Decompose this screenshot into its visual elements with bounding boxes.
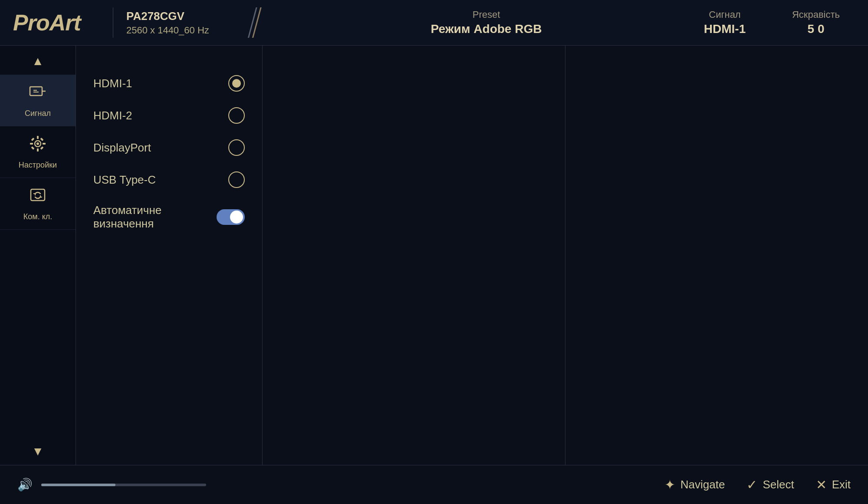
svg-rect-0	[30, 87, 42, 96]
hdmi1-radio[interactable]	[228, 75, 245, 92]
header: ProArt PA278CGV 2560 x 1440_60 Hz Preset…	[0, 0, 868, 46]
navigate-label: Navigate	[681, 478, 725, 491]
volume-bar	[41, 484, 206, 486]
displayport-radio[interactable]	[228, 139, 245, 156]
auto-detect-row[interactable]: Автоматичне визначення	[93, 196, 245, 238]
brightness-label: Яскравість	[777, 9, 855, 20]
preset-label: Preset	[283, 9, 690, 20]
svg-rect-8	[30, 143, 33, 145]
content-area: HDMI-1 HDMI-2 DisplayPort USB Type-C	[76, 46, 868, 465]
hotkey-icon	[28, 186, 47, 209]
sidebar-arrow-down[interactable]: ▼	[27, 440, 48, 463]
sidebar: ▲ Сигнал	[0, 46, 76, 465]
header-decoration	[248, 7, 274, 38]
header-divider	[113, 7, 113, 38]
input-option-displayport[interactable]: DisplayPort	[93, 132, 245, 164]
input-option-usb-type-c[interactable]: USB Type-C	[93, 164, 245, 196]
nav-controls: ✦ Navigate ✓ Select ✕ Exit	[664, 477, 851, 492]
svg-rect-10	[31, 138, 35, 141]
header-model: PA278CGV 2560 x 1440_60 Hz	[126, 10, 239, 36]
main-container: ▲ Сигнал	[0, 46, 868, 465]
svg-rect-13	[40, 146, 44, 150]
signal-icon	[28, 82, 47, 105]
content-panel-empty-1	[263, 46, 566, 465]
auto-detect-label: Автоматичне визначення	[93, 204, 217, 231]
svg-rect-12	[31, 146, 35, 150]
content-panel-empty-2	[566, 46, 868, 465]
header-signal: Сигнал HDMI-1	[690, 9, 760, 36]
sidebar-item-signal[interactable]: Сигнал	[0, 75, 76, 126]
settings-icon	[28, 134, 47, 157]
hdmi2-label: HDMI-2	[93, 109, 132, 122]
hdmi1-radio-dot	[232, 79, 241, 88]
svg-rect-9	[43, 143, 46, 145]
svg-rect-7	[37, 148, 39, 152]
volume-bar-fill	[41, 484, 115, 486]
sidebar-item-settings[interactable]: Настройки	[0, 126, 76, 178]
signal-value: HDMI-1	[690, 22, 760, 36]
model-resolution: 2560 x 1440_60 Hz	[126, 25, 239, 36]
input-option-hdmi2[interactable]: HDMI-2	[93, 99, 245, 132]
signal-label: Сигнал	[690, 9, 760, 20]
sidebar-hotkey-label: Ком. кл.	[23, 212, 52, 221]
hdmi2-radio[interactable]	[228, 107, 245, 124]
volume-section: 🔊	[17, 478, 664, 492]
proart-logo: ProArt	[13, 10, 100, 36]
bottom-bar: 🔊 ✦ Navigate ✓ Select ✕ Exit	[0, 465, 868, 504]
navigate-control[interactable]: ✦ Navigate	[664, 477, 725, 492]
input-option-hdmi1[interactable]: HDMI-1	[93, 67, 245, 99]
hdmi1-label: HDMI-1	[93, 77, 132, 90]
sidebar-settings-label: Настройки	[19, 161, 57, 170]
brightness-value: 5 0	[777, 22, 855, 36]
exit-control[interactable]: ✕ Exit	[816, 477, 851, 492]
svg-rect-11	[40, 138, 44, 141]
svg-rect-6	[37, 136, 39, 139]
usb-type-c-label: USB Type-C	[93, 173, 156, 187]
navigate-icon: ✦	[664, 477, 675, 492]
select-icon: ✓	[746, 477, 757, 492]
sidebar-item-hotkey[interactable]: Ком. кл.	[0, 178, 76, 230]
sidebar-arrow-up[interactable]: ▲	[27, 50, 48, 72]
header-preset: Preset Режим Adobe RGB	[283, 9, 690, 36]
svg-point-5	[36, 142, 39, 145]
toggle-knob	[230, 211, 243, 224]
auto-detect-toggle[interactable]	[217, 209, 245, 225]
usb-type-c-radio[interactable]	[228, 171, 245, 188]
exit-label: Exit	[832, 478, 851, 491]
model-name: PA278CGV	[126, 10, 239, 23]
volume-icon: 🔊	[17, 478, 33, 492]
sidebar-signal-label: Сигнал	[25, 109, 51, 118]
displayport-label: DisplayPort	[93, 141, 151, 155]
input-panel: HDMI-1 HDMI-2 DisplayPort USB Type-C	[76, 46, 263, 465]
preset-value: Режим Adobe RGB	[283, 22, 690, 36]
header-brightness: Яскравість 5 0	[777, 9, 855, 36]
select-label: Select	[763, 478, 794, 491]
exit-icon: ✕	[816, 477, 827, 492]
select-control[interactable]: ✓ Select	[746, 477, 794, 492]
